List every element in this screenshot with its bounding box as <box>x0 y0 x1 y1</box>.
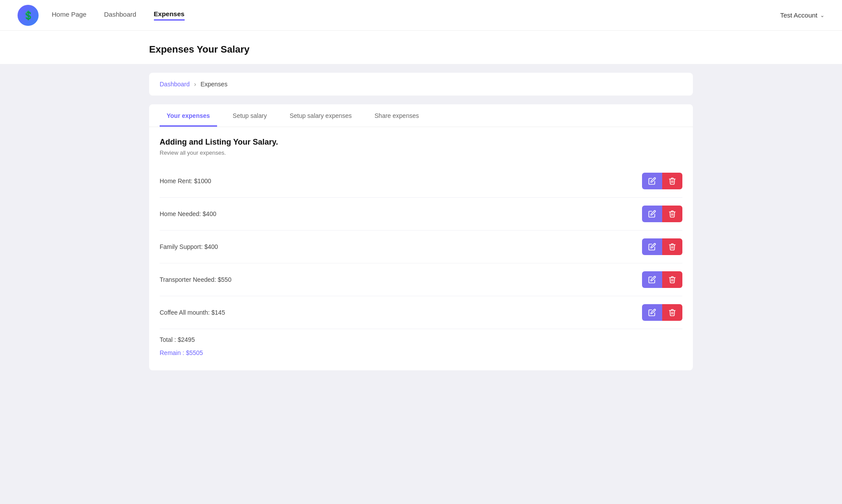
expense-label: Coffee All mounth: $145 <box>160 309 225 316</box>
edit-button[interactable] <box>642 304 662 321</box>
trash-icon <box>668 309 676 316</box>
breadcrumb-current: Expenses <box>200 81 227 88</box>
edit-button[interactable] <box>642 238 662 255</box>
card-body: Adding and Listing Your Salary. Review a… <box>149 127 693 370</box>
expense-label: Home Needed: $400 <box>160 210 216 217</box>
expense-label: Transporter Needed: $550 <box>160 276 232 283</box>
expense-actions <box>642 238 682 255</box>
breadcrumb-separator: › <box>194 81 196 88</box>
delete-button[interactable] <box>662 271 682 288</box>
edit-button[interactable] <box>642 173 662 189</box>
page-header: Expenses Your Salary <box>0 31 842 64</box>
tab-share-expenses[interactable]: Share expenses <box>367 104 426 127</box>
edit-icon <box>648 210 656 218</box>
nav-dashboard[interactable]: Dashboard <box>104 11 136 20</box>
nav-expenses[interactable]: Expenses <box>154 10 185 21</box>
totals-section: Total : $2495 Remain : $5505 <box>160 329 682 360</box>
account-label: Test Account <box>780 11 817 19</box>
trash-icon <box>668 243 676 251</box>
edit-icon <box>648 309 656 316</box>
breadcrumb-dashboard-link[interactable]: Dashboard <box>160 81 190 88</box>
trash-icon <box>668 177 676 185</box>
expense-label: Family Support: $400 <box>160 243 218 250</box>
tab-setup-salary-expenses[interactable]: Setup salary expenses <box>282 104 359 127</box>
edit-button[interactable] <box>642 206 662 222</box>
delete-button[interactable] <box>662 206 682 222</box>
section-subtitle: Review all your expenses. <box>160 149 682 156</box>
tab-your-expenses[interactable]: Your expenses <box>160 104 217 127</box>
app-logo: 💲 <box>18 5 39 26</box>
nav-links: Home Page Dashboard Expenses <box>52 10 185 21</box>
nav-home[interactable]: Home Page <box>52 11 86 20</box>
account-menu[interactable]: Test Account ⌄ <box>780 11 824 19</box>
expense-label: Home Rent: $1000 <box>160 177 211 185</box>
delete-button[interactable] <box>662 238 682 255</box>
expense-actions <box>642 206 682 222</box>
chevron-down-icon: ⌄ <box>820 12 824 18</box>
expense-actions <box>642 271 682 288</box>
remain-row: Remain : $5505 <box>160 349 682 356</box>
page-title: Expenses Your Salary <box>149 44 693 55</box>
expense-row: Home Needed: $400 <box>160 198 682 231</box>
expense-row: Family Support: $400 <box>160 231 682 263</box>
expense-row: Home Rent: $1000 <box>160 165 682 198</box>
main-card: Your expenses Setup salary Setup salary … <box>149 104 693 370</box>
edit-button[interactable] <box>642 271 662 288</box>
breadcrumb: Dashboard › Expenses <box>149 73 693 96</box>
expense-actions <box>642 304 682 321</box>
navbar: 💲 Home Page Dashboard Expenses Test Acco… <box>0 0 842 31</box>
expense-actions <box>642 173 682 189</box>
tab-setup-salary[interactable]: Setup salary <box>226 104 274 127</box>
expense-row: Transporter Needed: $550 <box>160 263 682 296</box>
edit-icon <box>648 276 656 284</box>
edit-icon <box>648 243 656 251</box>
tabs-bar: Your expenses Setup salary Setup salary … <box>149 104 693 127</box>
section-title: Adding and Listing Your Salary. <box>160 138 682 147</box>
expense-row: Coffee All mounth: $145 <box>160 296 682 329</box>
main-content: Dashboard › Expenses Your expenses Setup… <box>0 64 842 379</box>
total-row: Total : $2495 <box>160 336 682 343</box>
logo-icon: 💲 <box>23 10 34 21</box>
edit-icon <box>648 177 656 185</box>
trash-icon <box>668 210 676 218</box>
delete-button[interactable] <box>662 304 682 321</box>
trash-icon <box>668 276 676 284</box>
delete-button[interactable] <box>662 173 682 189</box>
